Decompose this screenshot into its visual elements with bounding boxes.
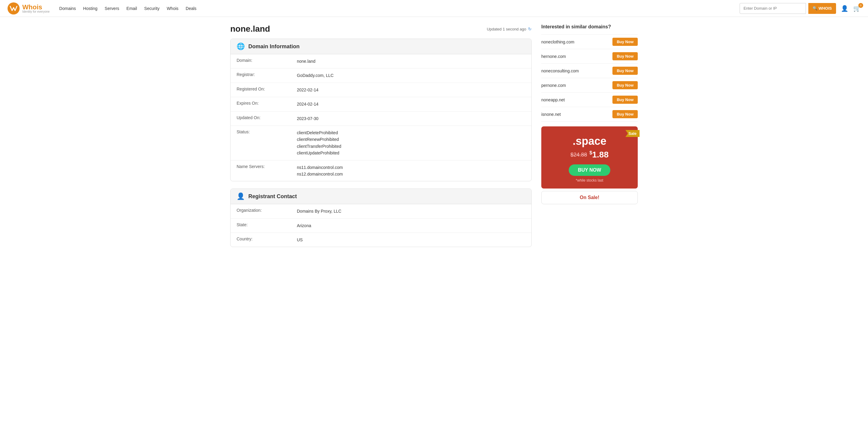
suggestion-domain: noneclothing.com <box>541 39 575 45</box>
info-value: 2024-02-14 <box>297 101 318 108</box>
new-price: $1.88 <box>590 150 609 159</box>
buy-now-button[interactable]: Buy Now <box>613 81 638 89</box>
search-icon: 🔍 <box>812 6 817 10</box>
nav-item-email[interactable]: Email <box>127 6 137 11</box>
on-sale-text: On Sale! <box>580 195 599 200</box>
old-price: $24.88 <box>570 152 587 158</box>
buy-now-button[interactable]: Buy Now <box>613 67 638 75</box>
updated-text-label: Updated 1 second ago <box>487 27 526 31</box>
search-input[interactable] <box>740 3 806 14</box>
registrant-card-header: 👤 Registrant Contact <box>230 189 531 204</box>
registrant-row: Organization:Domains By Proxy, LLC <box>230 204 531 218</box>
logo-icon <box>7 2 20 15</box>
info-value: US <box>297 236 303 243</box>
info-label: Organization: <box>237 208 297 214</box>
space-tld: .space <box>547 135 632 147</box>
navbar: Whois Identity for everyone Domains Host… <box>0 0 868 17</box>
buy-now-button[interactable]: Buy Now <box>613 96 638 104</box>
suggestion-row: isnone.netBuy Now <box>541 107 638 122</box>
registrant-body: Organization:Domains By Proxy, LLCState:… <box>230 204 531 247</box>
updated-status: Updated 1 second ago ↻ <box>487 27 532 31</box>
nav-item-hosting[interactable]: Hosting <box>83 6 97 11</box>
user-icon-button[interactable]: 👤 <box>841 5 848 12</box>
info-value: 2022-02-14 <box>297 87 318 93</box>
space-promo: Sale .space $24.88 $1.88 BUY NOW *while … <box>541 126 638 188</box>
on-sale-teaser: On Sale! <box>541 191 638 204</box>
nav-item-domains[interactable]: Domains <box>59 6 76 11</box>
domain-info-row: Expires On:2024-02-14 <box>230 97 531 111</box>
nav-links: Domains Hosting Servers Email Security W… <box>59 6 740 11</box>
logo-subtitle: Identity for everyone <box>22 10 50 13</box>
suggestion-row: hernone.comBuy Now <box>541 49 638 64</box>
info-label: Domain: <box>237 58 297 64</box>
domain-info-row: Status:clientDeleteProhibited clientRene… <box>230 126 531 160</box>
info-value: ns11.domaincontrol.com ns12.domaincontro… <box>297 164 343 178</box>
nav-icons: 👤 🛒 0 <box>841 5 861 12</box>
main-container: none.land Updated 1 second ago ↻ 🌐 Domai… <box>223 17 645 254</box>
domain-info-row: Name Servers:ns11.domaincontrol.com ns12… <box>230 160 531 181</box>
registrant-title: Registrant Contact <box>248 193 297 200</box>
info-label: Registrar: <box>237 72 297 79</box>
domain-info-card-header: 🌐 Domain Information <box>230 39 531 54</box>
suggestion-row: noneapp.netBuy Now <box>541 93 638 107</box>
domain-info-row: Registrar:GoDaddy.com, LLC <box>230 68 531 83</box>
page-header: none.land Updated 1 second ago ↻ <box>230 24 532 34</box>
suggestion-row: noneclothing.comBuy Now <box>541 34 638 49</box>
info-label: Expires On: <box>237 101 297 108</box>
domain-info-row: Registered On:2022-02-14 <box>230 83 531 97</box>
cart-icon-button[interactable]: 🛒 0 <box>853 5 861 12</box>
domain-info-body: Domain:none.landRegistrar:GoDaddy.com, L… <box>230 54 531 181</box>
registrant-row: State:Arizona <box>230 219 531 233</box>
info-label: Name Servers: <box>237 164 297 178</box>
suggestion-domain: isnone.net <box>541 112 561 117</box>
search-area: 🔍 WHOIS <box>740 3 836 14</box>
registrant-row: Country:US <box>230 233 531 247</box>
sale-badge: Sale <box>625 130 640 137</box>
buy-now-button[interactable]: Buy Now <box>613 110 638 118</box>
domain-info-card: 🌐 Domain Information Domain:none.landReg… <box>230 39 532 181</box>
nav-item-whois[interactable]: Whois <box>167 6 179 11</box>
dollar-sign: $ <box>590 150 592 155</box>
suggestion-row: noneconsulting.comBuy Now <box>541 64 638 78</box>
right-sidebar: Interested in similar domains? nonecloth… <box>541 24 638 254</box>
buy-now-button[interactable]: Buy Now <box>613 52 638 60</box>
domain-info-title: Domain Information <box>248 43 300 50</box>
new-price-value: 1.88 <box>592 150 609 159</box>
info-value: GoDaddy.com, LLC <box>297 72 334 79</box>
price-row: $24.88 $1.88 <box>547 150 632 159</box>
globe-icon: 🌐 <box>237 42 245 50</box>
suggestion-row: pernone.comBuy Now <box>541 78 638 93</box>
domain-info-row: Domain:none.land <box>230 54 531 68</box>
suggestion-domain: noneconsulting.com <box>541 68 579 73</box>
search-button-label: WHOIS <box>818 6 832 10</box>
nav-item-deals[interactable]: Deals <box>186 6 196 11</box>
sidebar-title: Interested in similar domains? <box>541 24 638 30</box>
info-label: Country: <box>237 236 297 243</box>
nav-item-servers[interactable]: Servers <box>104 6 119 11</box>
left-content: none.land Updated 1 second ago ↻ 🌐 Domai… <box>230 24 532 254</box>
promo-note: *while stocks last <box>547 178 632 182</box>
suggestion-domain: noneapp.net <box>541 97 565 102</box>
promo-buy-button[interactable]: BUY NOW <box>569 165 610 176</box>
info-value: none.land <box>297 58 315 64</box>
buy-now-button[interactable]: Buy Now <box>613 38 638 46</box>
info-value: 2023-07-30 <box>297 115 318 122</box>
info-label: Status: <box>237 129 297 156</box>
logo-link[interactable]: Whois Identity for everyone <box>7 2 50 15</box>
info-label: Registered On: <box>237 87 297 93</box>
info-value: clientDeleteProhibited clientRenewProhib… <box>297 129 341 156</box>
registrant-card: 👤 Registrant Contact Organization:Domain… <box>230 188 532 247</box>
info-label: Updated On: <box>237 115 297 122</box>
search-button[interactable]: 🔍 WHOIS <box>808 3 836 14</box>
suggestion-domain: pernone.com <box>541 83 566 88</box>
suggestion-domain: hernone.com <box>541 54 566 59</box>
domain-info-row: Updated On:2023-07-30 <box>230 112 531 126</box>
info-label: State: <box>237 222 297 229</box>
cart-badge: 0 <box>858 3 863 8</box>
refresh-icon[interactable]: ↻ <box>528 27 532 31</box>
person-icon: 👤 <box>237 193 245 200</box>
page-title: none.land <box>230 24 270 34</box>
nav-item-security[interactable]: Security <box>144 6 160 11</box>
domain-suggestions: noneclothing.comBuy Nowhernone.comBuy No… <box>541 34 638 122</box>
info-value: Domains By Proxy, LLC <box>297 208 341 214</box>
